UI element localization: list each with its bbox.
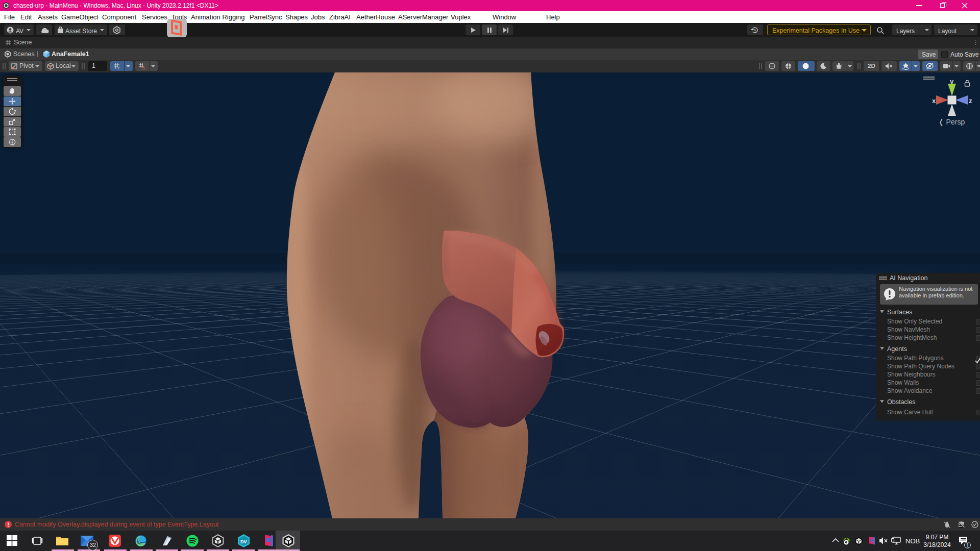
svg-text:z: z [969, 97, 972, 105]
svg-text:Y: Y [117, 66, 120, 70]
svg-text:5: 5 [142, 65, 145, 70]
svg-text:x: x [932, 97, 936, 105]
svg-text:DV: DV [240, 539, 247, 544]
svg-text:❬ Persp: ❬ Persp [938, 118, 965, 127]
